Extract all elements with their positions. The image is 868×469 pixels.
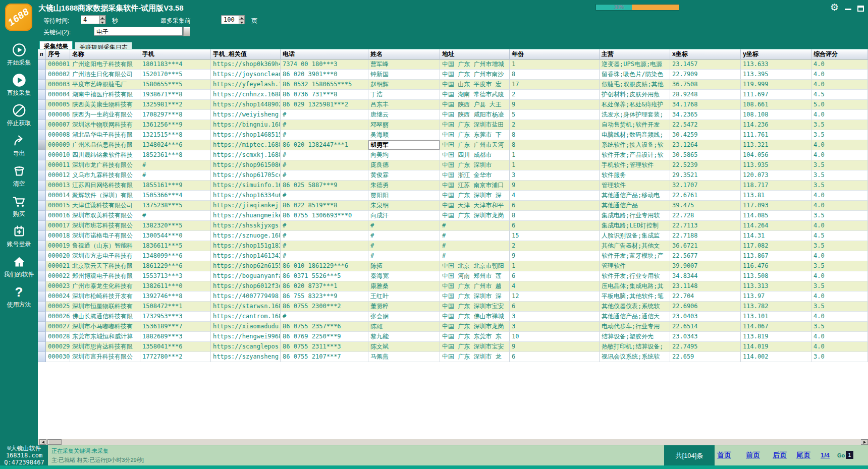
cell-手机[interactable]: 1361256***9 xyxy=(140,120,211,130)
cell-名称[interactable]: 深圳市言升科技有限公 xyxy=(70,352,140,362)
cell-手机_相关值[interactable]: https://shop61705ccf xyxy=(211,170,281,181)
cell-年份[interactable]: 17 xyxy=(510,80,600,90)
cell-序号[interactable]: 000002 xyxy=(46,70,70,80)
cell-主营[interactable]: 压电晶体;集成电路;其 xyxy=(600,281,670,291)
sidebar-item-使用方法[interactable]: ?使用方法 xyxy=(7,284,31,309)
cell-名称[interactable]: 深圳市恒星物联科技有 xyxy=(70,302,140,312)
cell-主营[interactable]: 电脑线材;数码音频线; xyxy=(600,130,670,140)
cell-综合评分[interactable]: 4.0 xyxy=(811,251,868,261)
cell-电话[interactable]: 86 0755 2300***2 xyxy=(281,302,368,312)
cell-手机[interactable]: 1772780***2 xyxy=(140,352,211,362)
cell-名称[interactable]: 陕西为一生药业有限公 xyxy=(70,110,140,120)
cell-综合评分[interactable]: 4.0 xyxy=(811,80,868,90)
cell-手机[interactable]: 1358041***6 xyxy=(140,342,211,352)
scrollbar-thumb[interactable] xyxy=(47,439,62,445)
cell-综合评分[interactable]: 3.5 xyxy=(811,181,868,191)
cell-序号[interactable]: 000007 xyxy=(46,120,70,130)
cell-主营[interactable]: 其他通信产品;通信天 xyxy=(600,312,670,322)
cell-电话[interactable]: 86 755 8323***9 xyxy=(281,291,368,302)
cell-手机[interactable]: 1325981***2 xyxy=(140,100,211,110)
cell-电话[interactable]: # xyxy=(281,160,368,170)
cell-年份[interactable]: 8 xyxy=(510,211,600,221)
cell-手机_相关值[interactable]: https://shop62n61551 xyxy=(211,261,281,271)
row-header[interactable] xyxy=(38,231,46,241)
cell-综合评分[interactable]: 4.0 xyxy=(811,271,868,281)
cell-年份[interactable]: 9 xyxy=(510,342,600,352)
cell-y坐标[interactable]: 117.082 xyxy=(741,241,811,251)
cell-电话[interactable]: 86 0755 2107***7 xyxy=(281,352,368,362)
cell-序号[interactable]: 000015 xyxy=(46,201,70,211)
cell-y坐标[interactable]: 113.935 xyxy=(741,160,811,170)
cell-电话[interactable]: # xyxy=(281,221,368,231)
cell-电话[interactable]: 7374 00 180***3 xyxy=(281,60,368,70)
cell-地址[interactable]: 中国 广东 深圳市 深 xyxy=(440,191,510,201)
cell-地址[interactable]: 中国 广东 广州市天河 xyxy=(440,140,510,150)
cell-年份[interactable]: 1 xyxy=(510,150,600,160)
cell-名称[interactable]: 鲁视通（山东）智能科 xyxy=(70,241,140,251)
cell-地址[interactable]: 中国 广东 深圳市宝安 xyxy=(440,342,510,352)
cell-年份[interactable]: 3 xyxy=(510,322,600,332)
cell-序号[interactable]: 000011 xyxy=(46,160,70,170)
cell-主营[interactable]: 其他仪器仪表;系统软 xyxy=(600,302,670,312)
cell-手机[interactable]: 1375238***5 xyxy=(140,201,211,211)
cell-手机_相关值[interactable]: https://scmxkj.1688. xyxy=(211,150,281,160)
cell-主营[interactable]: 其他通信产品;移动电 xyxy=(600,191,670,201)
column-header-x坐标[interactable]: x坐标 xyxy=(670,49,741,60)
cell-序号[interactable]: 000028 xyxy=(46,332,70,342)
cell-手机[interactable]: 1882689***3 xyxy=(140,332,211,342)
cell-电话[interactable]: 86 020 8737***1 xyxy=(281,281,368,291)
cell-名称[interactable]: 深圳市方志电子科技有 xyxy=(70,251,140,261)
cell-综合评分[interactable]: 3.0 xyxy=(811,352,868,362)
cell-手机[interactable]: 1520170***5 xyxy=(140,70,211,80)
cell-电话[interactable]: 86 020 1382447***1 xyxy=(281,140,368,150)
cell-主营[interactable]: 逆变器;UPS电源;电源 xyxy=(600,60,670,70)
cell-序号[interactable]: 000018 xyxy=(46,231,70,241)
cell-序号[interactable]: 000010 xyxy=(46,150,70,160)
cell-序号[interactable]: 000026 xyxy=(46,312,70,322)
cell-主营[interactable]: 集成电路;行业专用软 xyxy=(600,211,670,221)
column-header-n[interactable]: n xyxy=(38,49,46,60)
cell-序号[interactable]: 000012 xyxy=(46,170,70,181)
cell-x坐标[interactable]: 22.5239 xyxy=(670,160,741,170)
cell-y坐标[interactable]: 114.264 xyxy=(741,221,811,231)
cell-y坐标[interactable]: 108.661 xyxy=(741,100,811,110)
cell-x坐标[interactable]: 34.8344 xyxy=(670,271,741,281)
cell-手机_相关值[interactable]: https://shop14613432 xyxy=(211,251,281,261)
cell-电话[interactable]: # xyxy=(281,130,368,140)
cell-电话[interactable]: 86 0532 1580655***5 xyxy=(281,80,368,90)
cell-手机_相关值[interactable]: https://sznuoge.1688 xyxy=(211,231,281,241)
cell-年份[interactable]: 4 xyxy=(510,191,600,201)
cell-主营[interactable]: 集成电路;LED灯控制 xyxy=(600,221,670,231)
cell-手机[interactable]: 1321515***8 xyxy=(140,130,211,140)
cell-年份[interactable]: 9 xyxy=(510,100,600,110)
cell-姓名[interactable]: 朱德勇 xyxy=(368,181,440,191)
cell-综合评分[interactable]: 4.0 xyxy=(811,70,868,80)
cell-手机[interactable]: 1553713***3 xyxy=(140,271,211,281)
settings-gear-icon[interactable]: ⚙ xyxy=(830,3,839,13)
cell-y坐标[interactable]: 118.717 xyxy=(741,181,811,191)
column-header-主营[interactable]: 主营 xyxy=(600,49,670,60)
cell-年份[interactable]: 1 xyxy=(510,261,600,271)
cell-主营[interactable]: 手机软件;管理软件 xyxy=(600,160,670,170)
cell-名称[interactable]: 湖南中禧医疗科技有限 xyxy=(70,90,140,100)
row-header[interactable] xyxy=(38,60,46,70)
column-header-综合评分[interactable]: 综合评分 xyxy=(811,49,868,60)
cell-名称[interactable]: 四川晟纬铭象软件科技 xyxy=(70,150,140,160)
cell-手机[interactable]: 1855161***9 xyxy=(140,181,211,191)
cell-序号[interactable]: 000005 xyxy=(46,100,70,110)
cell-序号[interactable]: 000003 xyxy=(46,80,70,90)
cell-手机[interactable]: 1348099***6 xyxy=(140,251,211,261)
cell-y坐标[interactable]: 114.236 xyxy=(741,120,811,130)
go-page-input[interactable]: 1 xyxy=(846,451,853,459)
cell-y坐标[interactable]: 113.819 xyxy=(741,332,811,342)
cell-主营[interactable]: 其他通信产品 xyxy=(600,201,670,211)
column-header-电话[interactable]: 电话 xyxy=(281,49,368,60)
cell-地址[interactable]: 中国 广东 东莞市 下 xyxy=(440,130,510,140)
cell-序号[interactable]: 000013 xyxy=(46,181,70,191)
cell-名称[interactable]: 广州市泰龙生化科技有 xyxy=(70,281,140,291)
cell-手机_相关值[interactable]: https://shsskjyxgs.1 xyxy=(211,221,281,231)
cell-序号[interactable]: 000021 xyxy=(46,261,70,271)
row-header[interactable] xyxy=(38,70,46,80)
minimize-icon[interactable] xyxy=(845,3,851,13)
cell-y坐标[interactable]: 104.056 xyxy=(741,150,811,160)
